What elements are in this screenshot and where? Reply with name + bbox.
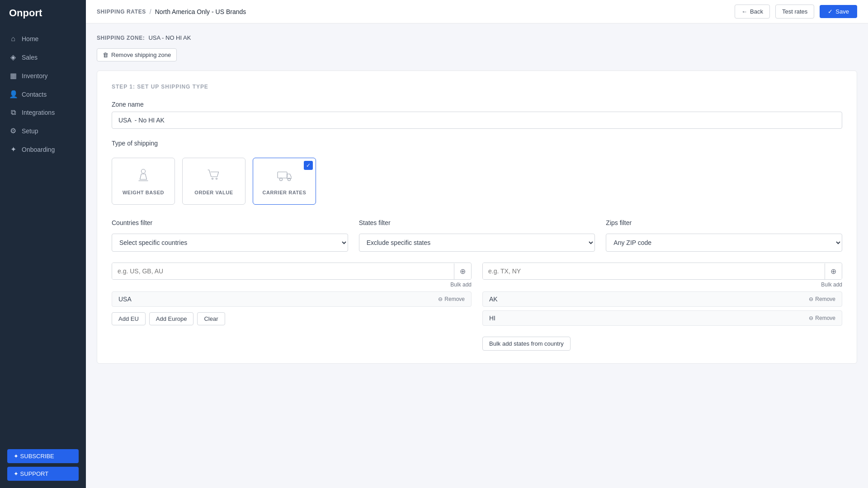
save-label: Save [835,8,849,15]
add-europe-button[interactable]: Add Europe [149,312,194,325]
topbar: SHIPPING RATES / North America Only - US… [86,0,868,23]
state-remove-hi[interactable]: ⊖ Remove [809,315,835,321]
test-rates-button[interactable]: Test rates [775,5,814,19]
type-carrier-rates[interactable]: ✓ CARRIER RATES [253,158,316,205]
sidebar-item-label-home: Home [22,35,38,42]
sidebar-item-contacts[interactable]: 👤 Contacts [0,85,86,103]
state-tag-label-ak: AK [489,296,498,303]
country-tag-input[interactable] [112,263,454,279]
remove-shipping-zone-button[interactable]: 🗑 Remove shipping zone [97,48,177,61]
main-content: SHIPPING RATES / North America Only - US… [86,0,868,488]
topbar-actions: ← Back Test rates ✓ Save [735,5,857,19]
clear-button[interactable]: Clear [197,312,225,325]
order-value-label: ORDER VALUE [194,190,233,195]
trash-icon: 🗑 [103,52,108,58]
breadcrumb-root: SHIPPING RATES [97,9,146,15]
plus-circle-icon: ⊕ [460,267,466,275]
sidebar-item-label-sales: Sales [22,54,38,61]
state-add-button[interactable]: ⊕ [825,263,842,279]
sales-icon: ◈ [9,53,17,61]
setup-icon: ⚙ [9,127,17,135]
breadcrumb-separator: / [150,8,151,15]
sidebar-item-onboarding[interactable]: ✦ Onboarding [0,140,86,159]
countries-filter-group: Countries filter Select specific countri… [112,219,348,252]
remove-label: Remove [444,296,465,302]
bulk-states-area: Bulk add states from country [482,331,842,351]
country-remove-usa[interactable]: ⊖ Remove [438,296,465,302]
sidebar-item-label-contacts: Contacts [22,91,47,98]
countries-input-area: ⊕ Bulk add USA ⊖ Remove [112,263,472,351]
support-button[interactable]: ✦ SUPPORT [7,467,79,481]
sidebar-item-label-setup: Setup [22,127,38,135]
sidebar-item-label-onboarding: Onboarding [22,146,55,153]
state-tag-label-hi: HI [489,314,495,322]
countries-filter-select[interactable]: Select specific countries All countries … [112,234,348,252]
shipping-type-label: Type of shipping [112,140,842,147]
sidebar-item-setup[interactable]: ⚙ Setup [0,122,86,140]
save-button[interactable]: ✓ Save [820,5,857,18]
check-icon: ✓ [828,8,833,15]
state-tag-input[interactable] [483,263,825,279]
sidebar-item-inventory[interactable]: ▦ Inventory [0,66,86,85]
state-remove-ak[interactable]: ⊖ Remove [809,296,835,302]
type-order-value[interactable]: ORDER VALUE [182,158,245,205]
carrier-rates-label: CARRIER RATES [263,190,307,195]
step-card: STEP 1: SET UP SHIPPING TYPE Zone name T… [97,70,857,364]
remove-label-ak: Remove [815,296,835,302]
sidebar-item-home[interactable]: ⌂ Home [0,30,86,48]
sidebar-item-integrations[interactable]: ⧉ Integrations [0,103,86,122]
state-tag-input-row: ⊕ [482,263,842,280]
onboarding-icon: ✦ [9,145,17,154]
cart-icon [206,167,222,185]
country-tag-usa: USA ⊖ Remove [112,291,472,307]
svg-rect-3 [278,172,287,178]
content-area: SHIPPING ZONE: USA - NO HI AK 🗑 Remove s… [86,23,868,488]
sidebar-nav: ⌂ Home ◈ Sales ▦ Inventory 👤 Contacts ⧉ … [0,26,86,442]
zips-filter-select[interactable]: Any ZIP code Include specific ZIPs Exclu… [606,234,842,252]
sidebar-item-sales[interactable]: ◈ Sales [0,48,86,66]
back-label: Back [750,8,763,15]
zips-filter-group: Zips filter Any ZIP code Include specifi… [606,219,842,252]
minus-icon-ak: ⊖ [809,296,813,302]
sidebar: Onport ⌂ Home ◈ Sales ▦ Inventory 👤 Cont… [0,0,86,488]
type-weight-based[interactable]: WEIGHT BASED [112,158,175,205]
zone-header: SHIPPING ZONE: USA - NO HI AK [97,34,857,41]
country-bulk-add[interactable]: Bulk add [112,282,472,288]
breadcrumb-current: North America Only - US Brands [155,8,246,15]
svg-point-1 [212,178,213,179]
country-tag-input-row: ⊕ [112,263,472,280]
back-button[interactable]: ← Back [735,5,770,19]
sidebar-item-label-integrations: Integrations [22,109,55,116]
state-bulk-add[interactable]: Bulk add [482,282,842,288]
country-add-button[interactable]: ⊕ [454,263,471,279]
add-eu-button[interactable]: Add EU [112,312,146,325]
zone-label: SHIPPING ZONE: [97,35,145,41]
integrations-icon: ⧉ [9,108,17,117]
breadcrumb: SHIPPING RATES / North America Only - US… [97,8,246,15]
subscribe-button[interactable]: ✦ SUBSCRIBE [7,449,79,463]
svg-point-5 [288,178,291,181]
tags-area: ⊕ Bulk add USA ⊖ Remove [112,263,842,351]
sidebar-item-label-inventory: Inventory [22,72,48,80]
back-arrow-icon: ← [741,8,747,15]
bulk-add-states-button[interactable]: Bulk add states from country [482,337,571,351]
remove-zone-area: 🗑 Remove shipping zone [97,48,857,61]
country-tags-list: USA ⊖ Remove [112,291,472,307]
zips-filter-label: Zips filter [606,219,842,226]
shipping-type-options: WEIGHT BASED ORDER VALUE ✓ [112,158,842,205]
sidebar-bottom: ✦ SUBSCRIBE ✦ SUPPORT [0,442,86,488]
inventory-icon: ▦ [9,71,17,80]
zone-name-label: Zone name [112,101,842,108]
step-title: STEP 1: SET UP SHIPPING TYPE [112,84,842,90]
quick-add-row: Add EU Add Europe Clear [112,312,472,325]
zone-name-badge: USA - NO HI AK [148,34,191,41]
country-tag-label: USA [118,296,132,303]
state-tag-hi: HI ⊖ Remove [482,310,842,326]
states-input-area: ⊕ Bulk add AK ⊖ Remove HI [482,263,842,351]
remove-label-hi: Remove [815,315,835,321]
state-tags-list: AK ⊖ Remove HI ⊖ Remove [482,291,842,326]
weight-icon [135,167,151,185]
states-filter-select[interactable]: Exclude specific states Include specific… [359,234,595,252]
truck-icon [276,167,292,185]
zone-name-input[interactable] [112,112,842,129]
